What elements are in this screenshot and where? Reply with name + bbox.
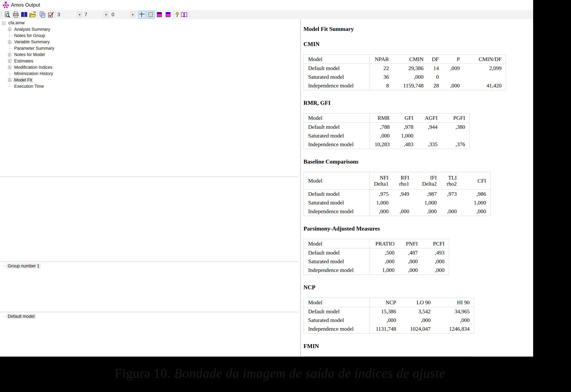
sidebar-item-minimization-history[interactable]: Minimization History	[0, 70, 55, 77]
value-cell: ,949	[393, 189, 413, 198]
output-pane: Model Fit Summary CMINModelNPARCMINDFPCM…	[301, 19, 533, 357]
print-preview-icon[interactable]	[3, 11, 11, 18]
sidebar-item-label[interactable]: Notes for Model	[13, 52, 46, 57]
plain-page-toggle[interactable]	[147, 11, 155, 18]
sidebar-item-label[interactable]: Execution Time	[13, 84, 45, 89]
column-header: RMR	[370, 113, 394, 123]
column-header: RFI rho1	[393, 172, 413, 189]
pane-divider[interactable]	[0, 311, 298, 313]
table-grid-toggle[interactable]	[138, 11, 146, 18]
value-cell	[441, 198, 461, 207]
sidebar-item-model-fit[interactable]: +Model Fit	[0, 77, 33, 83]
table-grid-icon	[139, 12, 145, 17]
model-label[interactable]: Default model	[6, 314, 36, 319]
sidebar-item-label[interactable]: Variable Summary	[13, 39, 51, 45]
sidebar-item-label[interactable]: Parameter Summary	[13, 46, 56, 51]
sidebar-item-label[interactable]: Model Fit	[13, 77, 33, 83]
expand-box-icon[interactable]: +	[8, 41, 11, 44]
amos-output-window: Amos Output	[0, 0, 533, 357]
value-cell: ,000	[393, 207, 413, 216]
expand-box-icon[interactable]: +	[8, 66, 11, 69]
model-list-item[interactable]: Default model	[0, 313, 36, 320]
column-header: PGFI	[442, 113, 469, 123]
value-cell: ,000	[413, 207, 441, 216]
value-cell: ,000	[393, 73, 428, 81]
value-cell: ,973	[441, 189, 461, 198]
combo-dropdown-2[interactable]: ▾	[103, 11, 109, 18]
sidebar-item-notes-for-group[interactable]: Notes for Group	[0, 32, 46, 39]
column-header: PRATIO	[370, 239, 399, 248]
sidebar-item-estimates[interactable]: +Estimates	[0, 58, 35, 64]
toolbar-separator	[190, 11, 190, 18]
open-folder-icon[interactable]	[29, 11, 36, 18]
print-icon[interactable]	[12, 11, 20, 18]
tree-root-row[interactable]: − cfa.amw	[0, 20, 26, 26]
table-row: Saturated model1,0001,0001,000	[304, 198, 490, 207]
sidebar-item-execution-time[interactable]: Execution Time	[0, 83, 45, 90]
combo-value-3: 0	[112, 12, 114, 17]
sidebar-item-label[interactable]: Modification Indices	[13, 65, 54, 70]
value-cell: ,000	[441, 207, 461, 216]
value-cell: 28	[428, 81, 443, 90]
expand-box-icon[interactable]: +	[8, 78, 11, 82]
value-cell: 29,386	[393, 64, 428, 73]
value-cell: ,000	[461, 207, 490, 216]
sidebar-item-notes-for-model[interactable]: +Notes for Model	[0, 52, 46, 58]
caption-text: Bondade da imagem de saída de índices de…	[171, 366, 445, 380]
group-list-item[interactable]: Group number 1	[0, 263, 41, 269]
toolbar-grip[interactable]	[1, 12, 2, 17]
pane-divider[interactable]	[0, 176, 298, 177]
value-cell: ,000	[370, 257, 399, 266]
sidebar-item-label[interactable]: Notes for Group	[13, 33, 46, 38]
pane-divider[interactable]	[0, 261, 298, 262]
value-cell: 1024,047	[400, 324, 435, 333]
expand-box-icon[interactable]: +	[8, 28, 11, 31]
value-cell: 14	[428, 64, 443, 73]
value-cell: ,978	[394, 123, 418, 131]
expand-box-icon[interactable]: +	[8, 59, 11, 63]
expand-box-icon[interactable]: +	[8, 53, 11, 56]
output-sections: CMINModelNPARCMINDFPCMIN/DFDefault model…	[303, 41, 533, 357]
magenta-black-style-button[interactable]	[155, 11, 164, 18]
caption-label: Figura 10.	[115, 366, 171, 380]
value-cell: 1131,748	[370, 324, 400, 333]
value-cell: 3,542	[400, 307, 435, 316]
toolbar-separator	[173, 11, 174, 18]
help-book-icon[interactable]	[20, 11, 28, 18]
magenta-blue-style-button[interactable]	[164, 11, 172, 18]
value-cell: ,987	[413, 189, 441, 198]
table-row: Saturated model,000,000,000	[304, 257, 449, 266]
value-cell: 10,283	[370, 140, 394, 149]
options-checkbox-icon[interactable]	[47, 11, 55, 18]
value-cell	[442, 131, 469, 140]
yellow-arrow-icon[interactable]	[174, 11, 180, 18]
value-cell: 15,386	[370, 307, 400, 316]
sidebar-item-label[interactable]: Analysis Summary	[13, 27, 52, 32]
open-book-icon[interactable]	[180, 11, 188, 18]
column-header: Model	[304, 172, 370, 189]
group-label[interactable]: Group number 1	[6, 263, 41, 269]
value-cell: 1246,834	[435, 324, 474, 333]
sidebar-item-label[interactable]: Estimates	[13, 58, 35, 64]
screenshot-stage: Amos Output	[0, 0, 571, 392]
sidebar-item-variable-summary[interactable]: +Variable Summary	[0, 39, 51, 45]
sidebar-item-analysis-summary[interactable]: +Analysis Summary	[0, 26, 52, 32]
combo-dropdown-3[interactable]: ▾	[130, 11, 136, 18]
tree-root-label[interactable]: cfa.amw	[7, 20, 26, 26]
tree-stub	[3, 266, 6, 266]
table-row: Saturated model,000,000,000	[304, 316, 474, 324]
value-cell: 36	[370, 73, 393, 81]
sidebar-item-modification-indices[interactable]: +Modification Indices	[0, 64, 54, 70]
value-cell: ,944	[418, 123, 442, 131]
table-row: Default model,500,487,493	[304, 248, 449, 257]
sidebar-item-label[interactable]: Minimization History	[13, 71, 55, 76]
value-cell: ,000	[422, 266, 449, 275]
collapse-box-icon[interactable]: −	[2, 22, 5, 25]
table-row: Saturated model36,0000	[304, 73, 506, 81]
column-header: DF	[428, 55, 443, 64]
sidebar-item-parameter-summary[interactable]: Parameter Summary	[0, 45, 56, 52]
combo-dropdown-1[interactable]: ▾	[77, 11, 83, 18]
value-cell: ,788	[370, 123, 394, 131]
copy-icon[interactable]	[39, 11, 46, 18]
value-cell: ,000	[370, 316, 400, 324]
